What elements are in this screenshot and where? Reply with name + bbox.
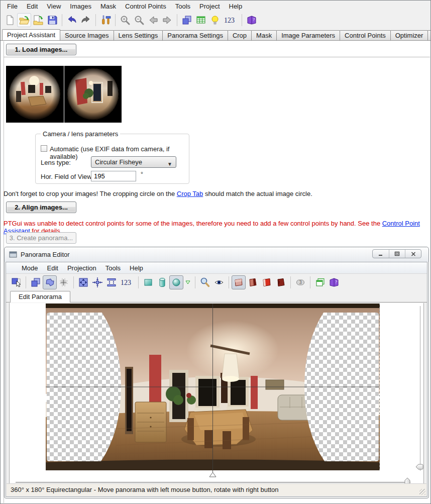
pe-menu-tools[interactable]: Tools [101,263,125,273]
tab-image-parameters[interactable]: Image Parameters [276,30,340,40]
minimize-button[interactable] [373,250,389,258]
tab-panorama-settings[interactable]: Panorama Settings [162,30,228,40]
roll-slider-track[interactable] [16,482,410,483]
fov-degree-unit: ° [141,171,143,178]
numeric-values-button[interactable]: 123 [222,13,239,27]
projection-more-icon [185,279,191,285]
align-images-button[interactable]: 2. Align images... [6,201,76,213]
warp-mode-1-icon [233,277,244,288]
next-image-button[interactable] [160,13,174,27]
source-image-thumbnail-1[interactable] [6,66,64,123]
svg-text:3: 3 [299,280,302,285]
warp-mode-4-button[interactable] [274,275,288,289]
menu-help[interactable]: Help [225,1,247,12]
pe-menu-projection[interactable]: Projection [63,263,101,273]
warp-mode-3-button[interactable] [260,275,274,289]
panorama-canvas[interactable] [9,303,424,485]
detail-viewer-button[interactable] [194,13,208,27]
warp-mode-2-button[interactable] [246,275,260,289]
warp-mode-1-button[interactable] [232,275,246,289]
pe-menu-edit[interactable]: Edit [43,263,63,273]
zoom-in-button[interactable] [118,13,132,27]
pe-help-button[interactable]: ? [327,275,341,289]
menu-project[interactable]: Project [195,1,224,12]
panorama-editor-button[interactable] [180,13,194,27]
project-assistant-page: 1. Load images... [1,41,430,503]
automatic-exif-checkbox[interactable] [41,145,47,152]
apply-template-icon [33,15,44,26]
tab-source-images[interactable]: Source Images [60,30,114,40]
tab-mask[interactable]: Mask [251,30,277,40]
show-grid-button[interactable] [57,275,71,289]
open-project-button[interactable] [17,13,31,27]
zoom-out-button[interactable] [132,13,146,27]
move-images-button[interactable] [29,275,43,289]
previous-image-button[interactable] [146,13,160,27]
main-toolbar: 123 ? [1,12,430,29]
tab-project-assistant[interactable]: Project Assistant [2,29,60,41]
menu-images[interactable]: Images [65,1,96,12]
tab-edit-panorama[interactable]: Edit Panorama [10,291,70,303]
source-image-thumbnail-2[interactable] [64,66,122,123]
edit-panorama-mode-icon [44,277,55,288]
center-panorama-button[interactable] [90,275,104,289]
projection-equirectangular-button[interactable] [169,275,183,289]
tab-exposure-hdr[interactable]: Exposure / HDR [427,30,430,40]
tab-control-points[interactable]: Control Points [340,30,391,40]
pitch-slider-thumb[interactable] [415,464,423,471]
preview-eye-button[interactable] [212,275,226,289]
fov-input[interactable] [91,171,136,181]
panorama-image[interactable] [46,304,380,477]
tools-button[interactable] [98,13,113,27]
menu-view[interactable]: View [42,1,65,12]
apply-template-button[interactable] [31,13,45,27]
tab-crop[interactable]: Crop [228,30,252,40]
undo-button[interactable] [65,13,79,27]
edit-panorama-mode-button[interactable] [43,275,57,289]
projection-cylindrical-button[interactable] [155,275,169,289]
maximize-button[interactable] [389,250,405,258]
menu-mask[interactable]: Mask [96,1,121,12]
load-images-button[interactable]: 1. Load images... [6,44,76,55]
close-button[interactable] [405,250,421,258]
preview-bulb-icon [209,15,221,26]
ptgui-main-window: File Edit View Images Mask Control Point… [0,0,431,504]
lens-type-dropdown[interactable]: Circular Fisheye ▼ [91,156,176,168]
menu-tools[interactable]: Tools [171,1,195,12]
toolbar-separator [62,14,62,26]
save-project-button[interactable] [45,13,59,27]
preview-button[interactable] [208,13,222,27]
pe-menu-mode[interactable]: Mode [17,263,43,273]
fit-panorama-button[interactable] [76,275,90,289]
new-project-button[interactable] [3,13,17,27]
resize-grip[interactable] [419,489,425,495]
projection-rectilinear-button[interactable] [141,275,155,289]
svg-text:?: ? [335,279,337,284]
edit-images-mode-button[interactable] [9,275,23,289]
help-button[interactable]: ? [245,13,259,27]
yaw-center-marker [209,472,216,477]
straighten-panorama-button[interactable] [104,275,119,289]
menu-file[interactable]: File [3,1,22,12]
crop-tab-link[interactable]: Crop Tab [177,190,203,197]
toolbar-separator [229,276,229,288]
new-window-button[interactable] [313,275,327,289]
panorama-editor-titlebar[interactable]: Panorama Editor [5,247,428,262]
menu-control-points[interactable]: Control Points [121,1,171,12]
numeric-transform-button[interactable]: 123 [119,275,136,289]
chevron-down-icon: ▼ [167,159,172,169]
projection-more-button[interactable] [183,275,192,289]
image-number-badge-button[interactable]: 3 [293,275,307,289]
warning-text: PTGui was unable to detect control point… [4,220,382,227]
save-icon [47,15,58,26]
zoom-tool-button[interactable] [198,275,212,289]
center-panorama-icon [92,277,103,288]
menu-edit[interactable]: Edit [22,1,42,12]
redo-button[interactable] [79,13,93,27]
pe-menu-help[interactable]: Help [125,263,148,273]
tab-optimizer[interactable]: Optimizer [390,30,428,40]
panorama-editor-menubar: Mode Edit Projection Tools Help [6,262,427,274]
tab-lens-settings[interactable]: Lens Settings [114,30,163,40]
create-panorama-button[interactable]: 3. Create panorama... [6,232,76,244]
pitch-slider-track[interactable] [420,306,420,471]
